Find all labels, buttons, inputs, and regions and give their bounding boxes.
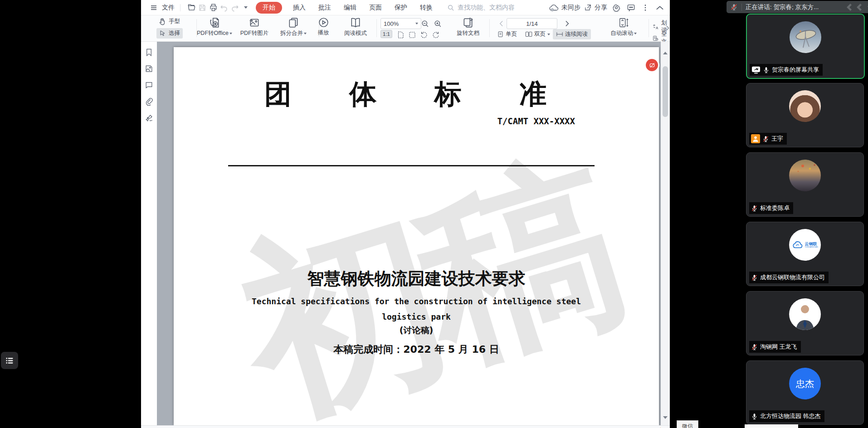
- participant-tile[interactable]: 云钢联 YUNGANGLIAN 成都云钢联物流有限公司: [746, 222, 864, 286]
- continuous-read-label: 连续阅读: [565, 30, 588, 38]
- pdf-page[interactable]: 初稿 团体标准 T/CAMT XXX-XXXX 智慧钢铁物流园建设技术要求 Te…: [174, 47, 659, 425]
- taskbar-flyout: [745, 424, 798, 428]
- participant-label: 标准委陈卓: [749, 202, 793, 214]
- bookmarks-icon[interactable]: [145, 48, 153, 57]
- sync-status-label: 未同步: [561, 4, 580, 12]
- split-merge-icon: [288, 17, 299, 29]
- comments-icon[interactable]: [145, 81, 153, 89]
- sync-status[interactable]: 未同步: [549, 4, 580, 12]
- tab-comment[interactable]: 批注: [318, 2, 331, 13]
- pdf-to-office-icon: [209, 17, 220, 29]
- select-tool-label: 选择: [169, 29, 180, 37]
- tab-convert[interactable]: 转换: [420, 2, 433, 13]
- tab-insert[interactable]: 插入: [293, 2, 306, 13]
- more-kebab-icon[interactable]: [640, 2, 651, 13]
- fit-width-icon[interactable]: [407, 29, 418, 40]
- vertical-scrollbar[interactable]: [661, 42, 670, 425]
- toolbar-overflow-icon[interactable]: [665, 25, 670, 31]
- read-mode-button[interactable]: 阅读模式: [335, 17, 376, 37]
- participant-tile[interactable]: 淘钢网 王龙飞: [746, 291, 864, 355]
- rotate-document-button[interactable]: 旋转文档: [448, 17, 488, 37]
- zoom-in-icon[interactable]: [432, 18, 443, 29]
- full-translate-icon: [653, 34, 658, 42]
- pdf-to-image-label: PDF转图片: [240, 29, 269, 37]
- single-page-mode[interactable]: 单页: [494, 29, 520, 39]
- collapse-toolbar-icon[interactable]: [654, 2, 665, 13]
- images-icon[interactable]: [145, 64, 153, 73]
- eye-protection-badge[interactable]: [646, 59, 658, 71]
- next-page-icon[interactable]: [562, 18, 573, 29]
- hand-tool[interactable]: 手型: [158, 18, 180, 25]
- participant-label: 王宇: [749, 133, 787, 145]
- zoom-out-icon[interactable]: [419, 18, 430, 29]
- undo-icon[interactable]: [219, 2, 229, 13]
- feedback-bubble-icon[interactable]: [625, 2, 636, 13]
- rotate-document-icon: [462, 17, 474, 29]
- presenter-badge-icon: [751, 134, 760, 143]
- save-icon[interactable]: [197, 2, 208, 13]
- speaking-indicator-bar: 正在讲话: 贺宗春; 京东方...: [727, 1, 868, 13]
- tab-page[interactable]: 页面: [369, 2, 382, 13]
- toolbar-options-caret-icon[interactable]: [240, 2, 251, 13]
- rotate-left-icon[interactable]: [419, 29, 429, 40]
- page-indicator-input[interactable]: 1/14: [507, 18, 557, 29]
- split-merge-label: 拆分合并: [280, 29, 303, 37]
- menu-bar: 文件 开始 插入 批注 编辑 页面 保护 转换 查找功能、文档内容: [141, 0, 670, 15]
- cursor-icon: [159, 30, 166, 37]
- signature-stamp-icon[interactable]: [145, 113, 154, 122]
- document-viewer[interactable]: 初稿 团体标准 T/CAMT XXX-XXXX 智慧钢铁物流园建设技术要求 Te…: [157, 42, 661, 425]
- pdf-to-office-button[interactable]: PDF转Office: [194, 17, 235, 37]
- participant-tile[interactable]: 王宇: [746, 83, 864, 147]
- participant-tile[interactable]: 标准委陈卓: [746, 152, 864, 217]
- redo-icon[interactable]: [229, 2, 240, 13]
- participant-tile[interactable]: 忠杰 北方恒达物流园 韩忠杰: [746, 360, 864, 425]
- hamburger-icon: [148, 2, 159, 13]
- mic-muted-icon: [751, 205, 758, 212]
- mic-muted-icon: [751, 344, 758, 350]
- share-button[interactable]: 分享: [584, 4, 607, 12]
- double-page-label: 双页: [534, 30, 546, 38]
- settings-gear-icon[interactable]: [611, 2, 622, 13]
- list-toggle-button[interactable]: [1, 352, 18, 369]
- attachments-icon[interactable]: [145, 97, 153, 106]
- prev-page-icon[interactable]: [496, 18, 507, 29]
- document-title-cn: 智慧钢铁物流园建设技术要求: [174, 268, 659, 290]
- select-tool[interactable]: 选择: [156, 28, 183, 39]
- participant-name: 成都云钢联物流有限公司: [760, 273, 825, 282]
- rotate-right-icon[interactable]: [430, 29, 441, 40]
- double-page-mode[interactable]: 双页: [522, 29, 553, 39]
- continuous-read-mode[interactable]: 连续阅读: [553, 29, 591, 39]
- mic-on-icon: [763, 67, 770, 73]
- participant-name: 王宇: [771, 135, 783, 143]
- pdf-to-office-label: PDF转Office: [197, 29, 229, 37]
- single-page-icon: [497, 31, 504, 38]
- badge-glyph-icon: [649, 62, 655, 68]
- file-menu[interactable]: 文件: [148, 2, 175, 13]
- scroll-up-icon[interactable]: [663, 52, 668, 54]
- participant-name: 北方恒达物流园 韩忠杰: [760, 412, 821, 420]
- scrollbar-thumb[interactable]: [663, 66, 668, 117]
- share-label: 分享: [595, 4, 607, 12]
- tab-home[interactable]: 开始: [256, 2, 282, 14]
- scroll-down-icon[interactable]: [663, 416, 668, 419]
- actual-size-button[interactable]: 1:1: [380, 30, 392, 38]
- cloud-unsynced-icon: [549, 4, 559, 12]
- search-input[interactable]: 查找功能、文档内容: [447, 4, 529, 12]
- avatar-initials: 忠杰: [796, 378, 814, 390]
- tab-edit[interactable]: 编辑: [344, 2, 356, 13]
- panel-collapse-arrows-icon[interactable]: [844, 3, 868, 12]
- list-icon: [5, 356, 14, 365]
- open-file-icon[interactable]: [186, 2, 197, 13]
- print-icon[interactable]: [208, 2, 219, 13]
- zoom-level-select[interactable]: 100%: [380, 18, 421, 29]
- play-icon: [318, 17, 329, 28]
- fit-page-icon[interactable]: [395, 29, 406, 40]
- participant-tile[interactable]: 贺宗春的屏幕共享: [746, 14, 865, 79]
- document-title-en-line2: logistics park: [174, 312, 659, 321]
- page-indicator-value: 1/14: [526, 20, 537, 27]
- avatar: [789, 90, 821, 122]
- pdf-to-image-button[interactable]: PDF转图片: [234, 17, 275, 37]
- auto-scroll-button[interactable]: 自动滚动: [605, 17, 643, 37]
- tab-protect[interactable]: 保护: [395, 2, 407, 13]
- divider: [180, 4, 180, 11]
